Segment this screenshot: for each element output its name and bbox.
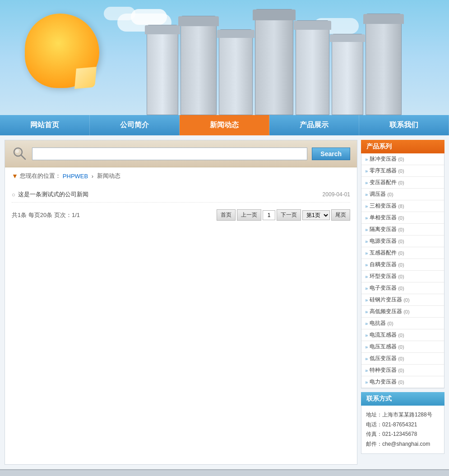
page-first-button[interactable]: 首页	[217, 209, 236, 221]
sidebar-item-15[interactable]: » 电流互感器 (0)	[361, 329, 444, 341]
sidebar-item-count-15: (0)	[398, 333, 404, 338]
sidebar-item-label-4: 三相变压器	[370, 202, 397, 210]
sidebar-item-label-15: 电流互感器	[370, 331, 397, 339]
sidebar-item-17[interactable]: » 低压变压器 (0)	[361, 353, 444, 365]
sidebar-item-label-12: 硅钢片变压器	[370, 296, 402, 304]
page-select[interactable]: 第1页	[302, 210, 330, 220]
sidebar-item-label-1: 零序互感器	[370, 167, 397, 175]
sidebar-item-label-10: 环型变压器	[370, 273, 397, 280]
svg-line-1	[21, 155, 25, 159]
main-wrapper: Search ▼ 您现在的位置： PHPWEB › 新闻动态 ○ 这是一条测试式…	[0, 135, 449, 469]
news-title[interactable]: 这是一条测试式的公司新闻	[18, 190, 88, 199]
sidebar-item-count-0: (0)	[398, 157, 404, 162]
sidebar-item-count-10: (0)	[398, 274, 404, 279]
search-button[interactable]: Search	[312, 148, 350, 160]
search-input[interactable]	[32, 148, 307, 160]
sidebar-item-count-2: (0)	[398, 180, 404, 185]
sidebar-item-11[interactable]: » 电子变压器 (0)	[361, 282, 444, 294]
sidebar-item-3[interactable]: » 调压器 (0)	[361, 189, 444, 200]
sidebar-item-label-7: 电源变压器	[370, 237, 397, 245]
sidebar-item-count-4: (8)	[398, 203, 404, 209]
sidebar-item-2[interactable]: » 变压器配件 (0)	[361, 177, 444, 189]
sidebar-item-count-11: (0)	[398, 286, 404, 291]
sidebar-arrow-icon: »	[365, 215, 368, 221]
sidebar-item-8[interactable]: » 互感器配件 (0)	[361, 247, 444, 259]
svg-point-2	[15, 149, 19, 153]
nav-products[interactable]: 产品展示	[269, 115, 359, 135]
sidebar-arrow-icon: »	[365, 192, 368, 197]
sidebar-contact-section: 联系方式 地址：上海市某某路1288号 电话：021-87654321 传真：0…	[361, 392, 444, 454]
page-buttons: 首页 上一页 1 下一页 第1页 尾页	[217, 209, 350, 221]
sidebar-item-19[interactable]: » 电力变压器 (0)	[361, 376, 444, 388]
breadcrumb: ▼ 您现在的位置： PHPWEB › 新闻动态	[5, 167, 357, 185]
sidebar-item-7[interactable]: » 电源变压器 (0)	[361, 236, 444, 247]
nav-about[interactable]: 公司简介	[90, 115, 180, 135]
sidebar-item-12[interactable]: » 硅钢片变压器 (0)	[361, 294, 444, 306]
sidebar-item-label-6: 隔离变压器	[370, 226, 397, 233]
nav-home[interactable]: 网站首页	[0, 115, 90, 135]
sidebar-item-count-7: (0)	[398, 239, 404, 244]
sidebar-products-body: » 脉冲变压器 (0) » 零序互感器 (0) » 变压器配件 (0) » 调压…	[361, 153, 444, 388]
sidebar-contact-title: 联系方式	[361, 392, 444, 406]
header	[0, 0, 449, 115]
search-icon	[12, 146, 28, 162]
breadcrumb-home[interactable]: PHPWEB	[63, 173, 88, 180]
page-info: 共1条 每页20条 页次：1/1	[12, 211, 80, 219]
sidebar-item-label-2: 变压器配件	[370, 179, 397, 186]
sidebar-arrow-icon: »	[365, 262, 368, 268]
contact-body: 地址：上海市某某路1288号 电话：021-87654321 传真：021-12…	[361, 406, 444, 454]
sidebar-arrow-icon: »	[365, 274, 368, 279]
sidebar-arrow-icon: »	[365, 157, 368, 162]
nav-contact[interactable]: 联系我们	[359, 115, 449, 135]
page-last-button[interactable]: 尾页	[331, 209, 350, 221]
sidebar-item-4[interactable]: » 三相变压器 (8)	[361, 200, 444, 212]
sidebar-arrow-icon: »	[365, 250, 368, 256]
news-date: 2009-04-01	[323, 191, 350, 198]
sidebar-item-label-8: 互感器配件	[370, 249, 397, 257]
sidebar-item-18[interactable]: » 特种变压器 (0)	[361, 365, 444, 376]
sidebar-arrow-icon: »	[365, 180, 368, 185]
sidebar-item-6[interactable]: » 隔离变压器 (0)	[361, 224, 444, 236]
sidebar-arrow-icon: »	[365, 379, 368, 385]
breadcrumb-prefix: 您现在的位置：	[20, 172, 61, 180]
sidebar-item-1[interactable]: » 零序互感器 (0)	[361, 165, 444, 177]
sidebar-arrow-icon: »	[365, 203, 368, 209]
sidebar-item-count-9: (0)	[398, 262, 404, 268]
sidebar-arrow-icon: »	[365, 368, 368, 373]
sidebar-item-label-17: 低压变压器	[370, 355, 397, 362]
sidebar-item-count-12: (0)	[403, 297, 409, 303]
content-area: Search ▼ 您现在的位置： PHPWEB › 新闻动态 ○ 这是一条测试式…	[5, 140, 357, 465]
page-prev-button[interactable]: 上一页	[237, 209, 261, 221]
sidebar-item-0[interactable]: » 脉冲变压器 (0)	[361, 153, 444, 165]
sidebar-item-10[interactable]: » 环型变压器 (0)	[361, 271, 444, 282]
sidebar-item-label-0: 脉冲变压器	[370, 155, 397, 163]
sidebar-item-14[interactable]: » 电抗器 (0)	[361, 318, 444, 329]
sidebar-item-label-14: 电抗器	[370, 319, 386, 327]
sidebar-item-count-5: (0)	[398, 215, 404, 221]
news-bullet: ○	[12, 191, 15, 198]
sidebar-item-label-16: 电压互感器	[370, 343, 397, 351]
breadcrumb-sep: ›	[90, 173, 95, 180]
page-next-button[interactable]: 下一页	[277, 209, 301, 221]
sidebar-item-9[interactable]: » 自耦变压器 (0)	[361, 259, 444, 271]
contact-email: 邮件：che@shanghai.com	[366, 439, 440, 449]
sidebar-item-count-8: (0)	[398, 250, 404, 256]
news-item: ○ 这是一条测试式的公司新闻 2009-04-01	[12, 187, 350, 203]
sidebar-arrow-icon: »	[365, 356, 368, 361]
sidebar-item-count-3: (0)	[387, 192, 393, 197]
footer: 公司介绍 | 联系方法 | 友情链接 | 机电设备企业网站 Copyright(…	[0, 469, 449, 476]
sidebar-item-5[interactable]: » 单相变压器 (0)	[361, 212, 444, 224]
sidebar-item-count-6: (0)	[398, 227, 404, 232]
breadcrumb-current: 新闻动态	[97, 172, 120, 180]
contact-address: 地址：上海市某某路1288号	[366, 410, 440, 420]
sidebar-item-label-19: 电力变压器	[370, 378, 397, 386]
sidebar-item-count-16: (0)	[398, 344, 404, 350]
sidebar-arrow-icon: »	[365, 227, 368, 232]
breadcrumb-arrow: ▼	[12, 172, 18, 180]
nav-news[interactable]: 新闻动态	[180, 115, 269, 135]
sidebar-item-label-5: 单相变压器	[370, 214, 397, 222]
sidebar-item-16[interactable]: » 电压互感器 (0)	[361, 341, 444, 353]
sidebar-arrow-icon: »	[365, 168, 368, 174]
sidebar-item-13[interactable]: » 高低频变压器 (0)	[361, 306, 444, 318]
sidebar: 产品系列 » 脉冲变压器 (0) » 零序互感器 (0) » 变压器配件 (0)	[361, 140, 444, 465]
